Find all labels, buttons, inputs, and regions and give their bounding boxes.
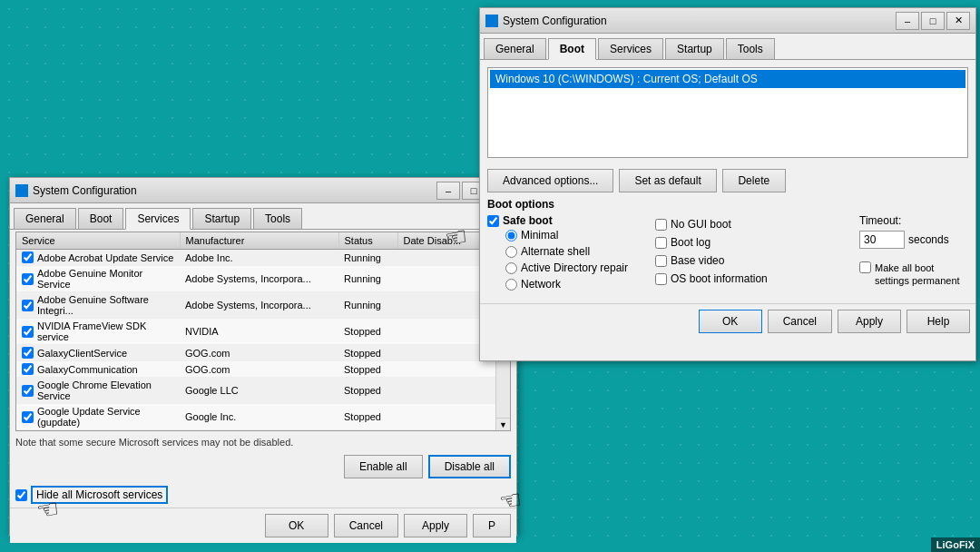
table-row: GalaxyClientService GOG.com Stopped (16, 345, 495, 361)
tab-general-services[interactable]: General (14, 208, 76, 230)
os-boot-info-checkbox[interactable] (655, 273, 667, 285)
make-permanent-checkbox[interactable] (859, 261, 871, 273)
boot-entry-list[interactable]: Windows 10 (C:\WINDOWS) : Current OS; De… (487, 67, 968, 158)
service-date-8 (397, 430, 495, 431)
col-service[interactable]: Service (16, 232, 180, 250)
service-checkbox-2[interactable] (22, 300, 34, 311)
no-gui-boot-label: No GUI boot (671, 218, 731, 231)
boot-options-label: Boot options (487, 198, 968, 211)
boot-entry-item[interactable]: Windows 10 (C:\WINDOWS) : Current OS; De… (490, 70, 965, 88)
col-manufacturer[interactable]: Manufacturer (180, 232, 338, 250)
service-status-3: Stopped (338, 319, 397, 345)
service-manufacturer-5: GOG.com (180, 361, 338, 378)
tab-tools-boot[interactable]: Tools (726, 38, 775, 60)
boot-close-button[interactable]: ✕ (946, 12, 970, 30)
disable-all-button[interactable]: Disable all (428, 455, 511, 478)
service-checkbox-0[interactable] (22, 251, 34, 263)
left-boot-options: Safe boot Minimal Alternate shell Active… (487, 214, 628, 291)
service-name-5: GalaxyCommunication (37, 364, 138, 375)
table-row: Adobe Genuine Software Integri... Adobe … (16, 292, 495, 319)
services-table-wrapper: Service Manufacturer Status Date Disab..… (15, 232, 511, 431)
tab-startup-boot[interactable]: Startup (665, 38, 724, 60)
service-name-1: Adobe Genuine Monitor Service (37, 268, 174, 290)
advanced-options-button[interactable]: Advanced options... (487, 169, 613, 192)
safe-boot-option: Safe boot (487, 214, 628, 227)
services-note: Note that some secure Microsoft services… (10, 433, 516, 451)
services-scroll-area: Service Manufacturer Status Date Disab..… (16, 232, 495, 430)
tab-boot-services[interactable]: Boot (78, 208, 124, 230)
active-directory-radio[interactable] (505, 262, 517, 274)
services-table: Service Manufacturer Status Date Disab..… (16, 232, 495, 430)
boot-log-option: Boot log (655, 236, 768, 249)
alternate-shell-label: Alternate shell (521, 245, 590, 258)
services-p-button[interactable]: P (473, 514, 511, 537)
seconds-label: seconds (908, 233, 949, 246)
base-video-checkbox[interactable] (655, 255, 667, 267)
service-status-7: Stopped (338, 404, 397, 430)
boot-options-container: Safe boot Minimal Alternate shell Active… (487, 214, 968, 291)
tab-startup-services[interactable]: Startup (192, 208, 251, 230)
service-checkbox-4[interactable] (22, 347, 34, 359)
services-ok-button[interactable]: OK (265, 514, 328, 537)
services-tab-bar: General Boot Services Startup Tools (10, 203, 516, 230)
right-boot-options: No GUI boot Boot log Base video OS boot … (655, 218, 768, 291)
services-cancel-button[interactable]: Cancel (334, 514, 398, 537)
service-date-5 (397, 361, 495, 378)
boot-ok-button[interactable]: OK (699, 310, 762, 333)
safe-boot-checkbox[interactable] (487, 215, 499, 227)
timeout-row: seconds (859, 231, 968, 249)
service-checkbox-5[interactable] (22, 363, 34, 375)
boot-help-button[interactable]: Help (906, 310, 970, 333)
set-as-default-button[interactable]: Set as default (619, 169, 716, 192)
boot-options-section: Boot options Safe boot Minimal Alternate… (480, 198, 975, 291)
network-option: Network (505, 278, 628, 291)
tab-tools-services[interactable]: Tools (253, 208, 302, 230)
os-boot-info-label: OS boot information (671, 272, 768, 285)
service-name-2: Adobe Genuine Software Integri... (37, 294, 174, 316)
table-row: NVIDIA FrameView SDK service NVIDIA Stop… (16, 319, 495, 345)
service-checkbox-6[interactable] (22, 385, 34, 397)
hide-ms-row: Hide all Microsoft services (10, 482, 516, 508)
network-radio[interactable] (505, 279, 517, 291)
alternate-shell-option: Alternate shell (505, 245, 628, 258)
boot-minimize-button[interactable]: – (896, 12, 919, 30)
service-manufacturer-4: GOG.com (180, 345, 338, 361)
boot-apply-button[interactable]: Apply (838, 310, 901, 333)
safe-boot-label: Safe boot (503, 214, 553, 227)
tab-general-boot[interactable]: General (484, 38, 546, 60)
make-permanent-option: Make all boot settings permanent (859, 261, 968, 288)
boot-log-label: Boot log (671, 236, 710, 249)
tab-services-boot[interactable]: Services (598, 38, 663, 60)
services-minimize-button[interactable]: – (436, 182, 460, 200)
service-checkbox-3[interactable] (22, 326, 34, 338)
boot-maximize-button[interactable]: □ (921, 12, 945, 30)
service-date-6 (397, 378, 495, 404)
base-video-label: Base video (671, 254, 724, 267)
boot-title-bar: System Configuration – □ ✕ (480, 8, 975, 34)
minimal-radio[interactable] (505, 230, 517, 242)
timeout-section: Timeout: seconds Make all boot settings … (859, 214, 968, 291)
no-gui-boot-checkbox[interactable] (655, 219, 667, 231)
safe-boot-radio-group: Minimal Alternate shell Active Directory… (505, 229, 628, 291)
boot-cancel-button[interactable]: Cancel (768, 310, 832, 333)
col-status[interactable]: Status (338, 232, 397, 250)
hide-ms-checkbox[interactable] (15, 489, 27, 501)
services-window: System Configuration – □ ✕ General Boot … (9, 177, 517, 536)
tab-services[interactable]: Services (125, 208, 191, 230)
service-name-3: NVIDIA FrameView SDK service (37, 320, 174, 342)
delete-button[interactable]: Delete (722, 169, 786, 192)
tab-boot[interactable]: Boot (548, 38, 596, 60)
service-checkbox-1[interactable] (22, 273, 34, 285)
service-manufacturer-8: Google Inc. (180, 430, 338, 431)
table-row: GalaxyCommunication GOG.com Stopped (16, 361, 495, 378)
timeout-input[interactable] (859, 231, 905, 249)
enable-all-button[interactable]: Enable all (344, 455, 423, 478)
no-gui-boot-option: No GUI boot (655, 218, 768, 231)
service-manufacturer-2: Adobe Systems, Incorpora... (180, 292, 338, 319)
services-apply-button[interactable]: Apply (404, 514, 467, 537)
service-manufacturer-1: Adobe Systems, Incorpora... (180, 266, 338, 292)
network-label: Network (521, 278, 561, 291)
service-checkbox-7[interactable] (22, 411, 34, 423)
alternate-shell-radio[interactable] (505, 246, 517, 258)
boot-log-checkbox[interactable] (655, 237, 667, 249)
